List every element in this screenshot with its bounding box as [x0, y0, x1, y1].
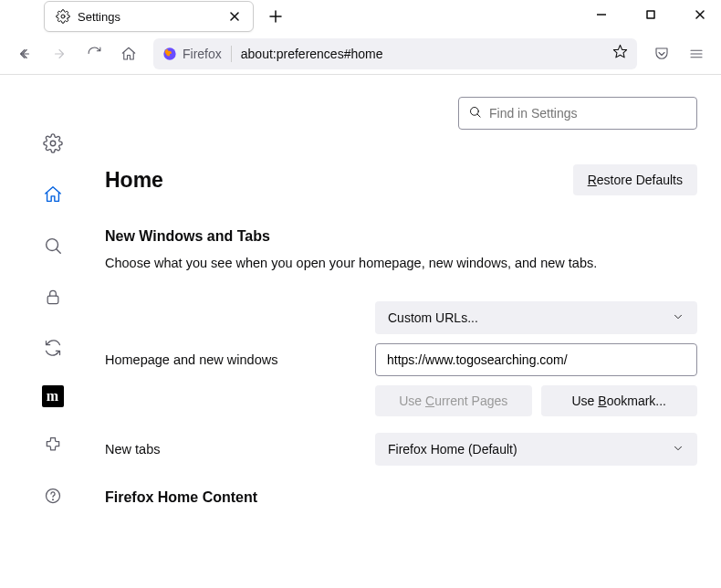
sidebar-item-general[interactable] — [39, 130, 67, 157]
sidebar-item-home[interactable] — [39, 181, 67, 208]
chevron-down-icon — [672, 442, 684, 457]
tab-title: Settings — [78, 10, 220, 24]
chevron-down-icon — [672, 310, 684, 326]
sidebar-item-extensions[interactable] — [39, 431, 67, 458]
reload-button[interactable] — [78, 38, 110, 69]
sidebar-item-sync[interactable] — [39, 334, 67, 362]
search-icon — [468, 105, 482, 122]
restore-defaults-button[interactable]: Restore Defaults — [573, 164, 697, 195]
home-button[interactable] — [113, 38, 144, 69]
svg-rect-18 — [47, 296, 58, 303]
pocket-button[interactable] — [646, 38, 677, 69]
newtabs-select-value: Firefox Home (Default) — [388, 442, 517, 457]
new-tab-button[interactable] — [261, 2, 290, 31]
svg-line-22 — [477, 114, 480, 117]
urlbar-url: about:preferences#home — [241, 47, 383, 61]
sidebar-item-more-mozilla[interactable]: m — [42, 385, 64, 407]
sidebar-item-search[interactable] — [39, 232, 67, 259]
homepage-select-value: Custom URLs... — [388, 310, 478, 325]
homepage-select[interactable]: Custom URLs... — [375, 301, 697, 334]
sidebar-item-help[interactable] — [39, 482, 67, 509]
browser-tab-settings[interactable]: Settings — [44, 1, 254, 32]
homepage-url-input[interactable] — [375, 343, 697, 376]
svg-line-17 — [56, 249, 60, 254]
section-title-new-windows-tabs: New Windows and Tabs — [105, 228, 697, 245]
urlbar-firefox-label: Firefox — [183, 47, 222, 61]
settings-search-box[interactable] — [458, 97, 697, 130]
svg-marker-11 — [613, 45, 626, 57]
section-description: Choose what you see when you open your h… — [105, 254, 697, 272]
sidebar-item-privacy[interactable] — [39, 283, 67, 310]
close-tab-button[interactable] — [227, 9, 242, 24]
urlbar-separator — [231, 46, 232, 62]
forward-button[interactable] — [44, 38, 75, 69]
url-bar[interactable]: Firefox about:preferences#home — [153, 38, 637, 69]
firefox-info-icon[interactable]: Firefox — [162, 47, 222, 61]
newtabs-label: New tabs — [105, 442, 364, 457]
use-bookmark-button[interactable]: Use Bookmark... — [541, 385, 698, 416]
svg-point-20 — [52, 499, 53, 500]
gear-icon — [56, 9, 70, 24]
section-title-home-content: Firefox Home Content — [105, 489, 697, 506]
svg-point-15 — [50, 141, 56, 146]
use-current-pages-button[interactable]: Use Current Pages — [375, 385, 532, 416]
back-button[interactable] — [9, 38, 40, 69]
newtabs-select[interactable]: Firefox Home (Default) — [375, 433, 697, 466]
homepage-label: Homepage and new windows — [105, 301, 364, 367]
app-menu-button[interactable] — [681, 38, 712, 69]
settings-search-input[interactable] — [489, 106, 687, 121]
svg-point-4 — [61, 15, 65, 18]
page-title: Home — [105, 168, 163, 193]
bookmark-star-icon[interactable] — [612, 44, 628, 63]
